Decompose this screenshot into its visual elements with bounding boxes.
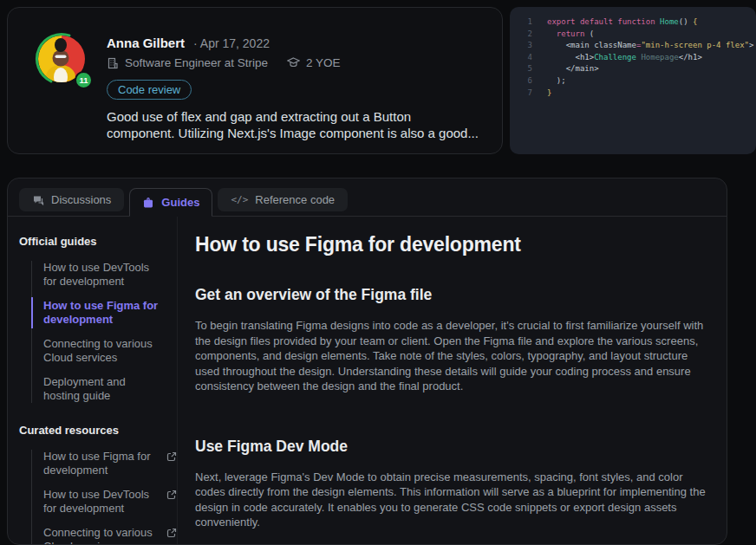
section-heading: Use Figma Dev Mode xyxy=(195,438,714,456)
comment-date: · Apr 17, 2022 xyxy=(193,36,270,50)
line-number: 7 xyxy=(510,88,532,100)
sidebar-section-title: Official guides xyxy=(19,235,177,248)
sidebar-list: How to use DevTools for development How … xyxy=(31,261,177,403)
code-line: 5 </main> xyxy=(510,63,756,75)
chat-icon xyxy=(32,194,44,206)
line-number: 2 xyxy=(510,29,532,41)
tab-reference-code[interactable]: </> Reference code xyxy=(218,188,348,211)
comment-card: 11 Anna Gilbert · Apr 17, 2022 Software … xyxy=(7,7,503,154)
sidebar-list: How to use Figma for development How to … xyxy=(31,450,177,545)
line-number: 5 xyxy=(510,63,532,75)
code-line: 4 <h1>Challenge Homepage</h1> xyxy=(510,52,756,64)
code-icon: </> xyxy=(231,194,248,205)
sidebar-item-how-to-use-devtools-for-develo[interactable]: How to use DevTools for development xyxy=(43,261,177,289)
article-section: Get an overview of the Figma file To beg… xyxy=(195,286,714,394)
code-line: 2 return ( xyxy=(510,29,756,41)
tab-discussions[interactable]: Discussions xyxy=(19,188,124,211)
sidebar-section-title: Curated resources xyxy=(19,424,177,437)
tab-label: Discussions xyxy=(51,193,111,206)
guides-panel: Discussions Guides </> Reference code Of… xyxy=(7,178,727,545)
sidebar-item-label: How to use DevTools for development xyxy=(43,261,161,289)
sidebar-item-label: How to use Figma for development xyxy=(43,299,161,327)
code-line: 6 ); xyxy=(510,75,756,88)
sidebar-item-label: How to use Figma for development xyxy=(43,450,160,477)
tab-bar: Discussions Guides </> Reference code xyxy=(8,178,727,217)
sidebar-item-label: Connecting to various Cloud services xyxy=(43,526,160,545)
years-of-experience: 2 YOE xyxy=(306,56,341,69)
code-line: 3 <main className="min-h-screen p-4 flex… xyxy=(510,40,756,52)
external-link-icon[interactable] xyxy=(166,528,177,545)
tab-label: Guides xyxy=(161,196,199,209)
code-review-tag: Code review xyxy=(107,80,192,100)
section-body: Next, leverage Figma's Dev Mode to obtai… xyxy=(195,470,714,530)
tab-label: Reference code xyxy=(255,193,335,206)
external-link-icon[interactable] xyxy=(166,490,177,516)
line-number: 3 xyxy=(510,40,532,52)
sidebar-item-label: Connecting to various Cloud services xyxy=(43,337,161,365)
avatar: 11 xyxy=(34,32,89,88)
line-number: 1 xyxy=(510,16,532,29)
article-title: How to use Figma for development xyxy=(195,233,714,256)
sidebar-item-how-to-use-figma-for-developme[interactable]: How to use Figma for development xyxy=(43,299,177,327)
section-heading: Get an overview of the Figma file xyxy=(195,286,714,304)
code-line: 1export default function Home() { xyxy=(510,16,756,29)
sidebar-item-label: Deployment and hosting guide xyxy=(43,375,161,403)
code-editor: 1export default function Home() {2 retur… xyxy=(510,7,756,154)
comment-text: Good use of flex and gap and extracting … xyxy=(107,108,501,141)
line-number: 6 xyxy=(510,75,532,88)
author-name[interactable]: Anna Gilbert xyxy=(107,36,185,50)
article: How to use Figma for development Get an … xyxy=(178,217,727,545)
book-icon xyxy=(142,197,154,209)
external-link-icon[interactable] xyxy=(166,451,177,477)
code-line: 7} xyxy=(510,88,756,100)
sidebar-item-how-to-use-devtools-for-develo[interactable]: How to use DevTools for development xyxy=(43,488,177,516)
sidebar-item-how-to-use-figma-for-developme[interactable]: How to use Figma for development xyxy=(43,450,177,477)
sidebar-item-connecting-to-various-cloud-se[interactable]: Connecting to various Cloud services xyxy=(43,337,177,365)
line-number: 4 xyxy=(510,52,532,64)
section-body: To begin translating Figma designs into … xyxy=(195,318,714,394)
article-section: Use Figma Dev Mode Next, leverage Figma'… xyxy=(195,438,714,530)
author-role: Software Engineer at Stripe xyxy=(125,56,268,69)
sidebar-item-label: How to use DevTools for development xyxy=(43,488,160,516)
sidebar-item-connecting-to-various-cloud-se[interactable]: Connecting to various Cloud services xyxy=(43,526,177,545)
sidebar-item-deployment-and-hosting-guide[interactable]: Deployment and hosting guide xyxy=(43,375,177,403)
graduation-cap-icon xyxy=(287,56,300,69)
building-icon xyxy=(107,57,119,69)
guides-sidebar: Official guides How to use DevTools for … xyxy=(8,217,178,545)
reputation-badge: 11 xyxy=(75,71,93,89)
tab-guides[interactable]: Guides xyxy=(129,188,212,217)
